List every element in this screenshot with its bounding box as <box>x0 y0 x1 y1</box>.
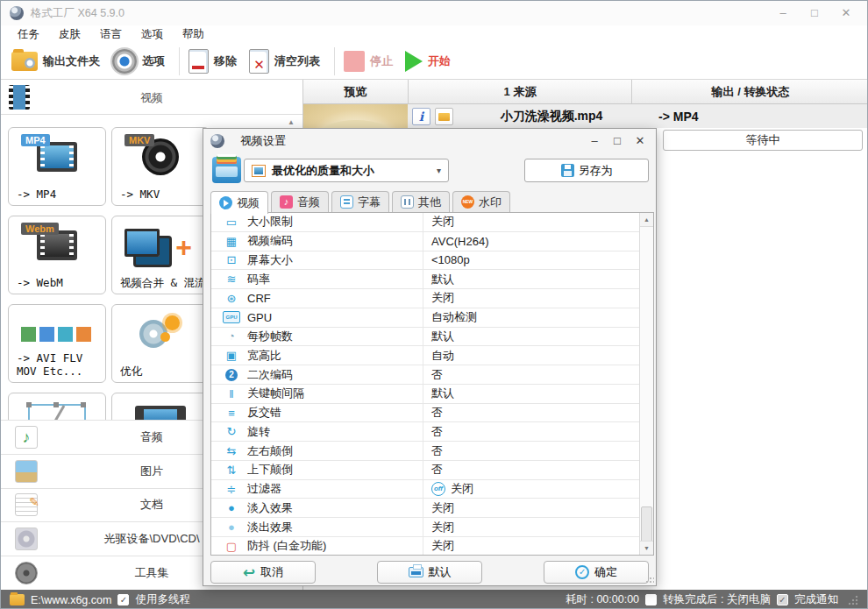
notify-checkbox[interactable]: ✓ <box>777 594 788 605</box>
setting-row[interactable]: ⇅ 上下颠倒 否 <box>211 461 640 480</box>
format-tile-label: 优化 <box>120 365 207 379</box>
setting-row[interactable]: ≋ 码率 默认 <box>211 270 640 289</box>
setting-row[interactable]: GPU GPU 自动检测 <box>211 308 640 328</box>
output-path-folder-icon[interactable] <box>10 594 25 605</box>
setting-row[interactable]: ▢ 防抖 (白金功能) 关闭 <box>211 537 640 556</box>
multi-format-icon <box>21 324 93 343</box>
menu-task[interactable]: 任务 <box>8 27 49 42</box>
dialog-close-button[interactable]: ✕ <box>631 134 649 147</box>
setting-row[interactable]: ● 淡出效果 关闭 <box>211 518 640 537</box>
dialog-resize-grip[interactable] <box>645 575 654 584</box>
flip-horizontal-icon: ⇆ <box>223 445 240 457</box>
menu-options[interactable]: 选项 <box>132 27 173 42</box>
setting-value: 否 <box>431 462 443 478</box>
scrollbar-thumb[interactable] <box>641 506 652 542</box>
setting-value: 默认 <box>431 272 454 287</box>
dialog-title: 视频设置 <box>240 133 286 149</box>
clear-list-button[interactable]: 清空列表 <box>249 49 320 74</box>
default-button[interactable]: 默认 <box>377 561 482 584</box>
format-tile[interactable]: MKV -> MKV <box>111 127 210 206</box>
app-logo-icon <box>10 6 24 20</box>
menu-help[interactable]: 帮助 <box>173 27 214 42</box>
format-tile[interactable]: 视频合并 & 混流 <box>111 216 210 294</box>
settings-tab[interactable]: 字幕 <box>331 191 389 212</box>
setting-value: AVC(H264) <box>431 235 489 248</box>
setting-name: CRF <box>247 292 271 305</box>
conversion-status-badge: 等待中 <box>663 130 863 151</box>
setting-row[interactable]: ⇆ 左右颠倒 否 <box>211 442 640 461</box>
stop-label: 停止 <box>370 53 393 69</box>
close-button[interactable]: ✕ <box>834 4 858 23</box>
setting-row[interactable]: ▭ 大小限制 关闭 <box>211 213 640 232</box>
setting-row[interactable]: ↻ 旋转 否 <box>211 422 640 442</box>
setting-value: 关闭 <box>431 214 454 230</box>
tab-label: 音频 <box>297 195 320 210</box>
format-tile[interactable] <box>111 393 210 420</box>
settings-scrollbar[interactable]: ▲ ▼ <box>639 213 653 555</box>
dialog-maximize-button[interactable]: □ <box>608 134 626 147</box>
tab-label: 其他 <box>418 195 441 210</box>
save-as-button[interactable]: 另存为 <box>524 159 649 182</box>
setting-row[interactable]: ⊡ 屏幕大小 <1080p <box>211 251 640 271</box>
setting-row[interactable]: ▦ 视频编码 AVC(H264) <box>211 232 640 251</box>
minimize-button[interactable]: – <box>771 4 795 23</box>
format-tile[interactable]: 优化 <box>111 304 210 383</box>
video-tab-icon <box>219 196 232 209</box>
open-folder-button[interactable] <box>435 108 453 125</box>
setting-row[interactable]: ⊛ CRF 关闭 <box>211 289 640 308</box>
setting-row[interactable]: ▣ 宽高比 自动 <box>211 346 640 365</box>
video-encoder-chip-icon: ▦ <box>223 236 240 247</box>
menu-skin[interactable]: 皮肤 <box>49 27 90 42</box>
settings-tab[interactable]: 水印 <box>452 191 510 212</box>
format-tile[interactable]: MP4 -> MP4 <box>8 127 106 206</box>
setting-row[interactable]: 2 二次编码 否 <box>211 365 640 385</box>
stop-button[interactable]: 停止 <box>344 51 393 72</box>
scrollbar-up-icon[interactable]: ▲ <box>640 213 653 227</box>
dialog-minimize-button[interactable]: – <box>586 134 603 147</box>
default-printer-icon <box>409 567 423 577</box>
maximize-button[interactable]: □ <box>802 4 827 23</box>
setting-row[interactable]: ≑ 过滤器 off 关闭 <box>211 480 640 499</box>
shutdown-checkbox[interactable] <box>645 594 657 605</box>
format-tile[interactable]: Webm -> WebM <box>8 216 106 294</box>
screen-size-monitor-icon: ⊡ <box>223 254 240 266</box>
settings-tab[interactable]: 音频 <box>271 191 329 212</box>
media-info-button[interactable] <box>412 108 430 125</box>
cancel-button[interactable]: ↩ 取消 <box>210 561 316 584</box>
format-tile[interactable]: -> AVI FLV MOV Etc... <box>8 304 106 383</box>
scrollbar-down-icon[interactable]: ▼ <box>640 541 653 555</box>
options-button[interactable]: 选项 <box>112 49 165 74</box>
remove-file-icon <box>189 49 209 74</box>
setting-row[interactable]: ‖ 关键帧间隔 默认 <box>211 385 640 404</box>
start-button[interactable]: 开始 <box>405 51 451 72</box>
remove-label: 移除 <box>214 53 237 69</box>
window-resize-grip[interactable] <box>848 595 858 605</box>
toolbar-divider <box>334 47 335 75</box>
output-path[interactable]: E:\www.x6g.com <box>31 594 111 606</box>
quality-preset-dropdown[interactable]: 最优化的质量和大小 ▾ <box>244 159 449 182</box>
gpu-chip-icon: GPU <box>223 311 240 323</box>
remove-button[interactable]: 移除 <box>189 49 237 74</box>
format-tile[interactable] <box>8 393 106 420</box>
menu-language[interactable]: 语言 <box>90 27 132 42</box>
setting-name: 淡出效果 <box>247 520 293 535</box>
setting-row[interactable]: ● 淡入效果 关闭 <box>211 499 640 518</box>
sidebar-section-video[interactable]: 视频 <box>1 80 302 115</box>
task-row[interactable]: 小刀洗澡视频.mp4 -> MP4 <box>408 104 868 128</box>
setting-name: GPU <box>247 311 272 324</box>
multithread-checkbox[interactable]: ✓ <box>117 594 129 605</box>
settings-tab[interactable]: 其他 <box>392 191 450 212</box>
format-badge: MP4 <box>21 134 50 146</box>
ok-button[interactable]: 确定 <box>544 561 649 584</box>
setting-name: 上下颠倒 <box>247 462 293 478</box>
options-label: 选项 <box>142 53 165 69</box>
mp4-filmstrip-icon <box>37 142 77 172</box>
size-limit-ruler-icon: ▭ <box>223 216 240 228</box>
settings-tab[interactable]: 视频 <box>210 191 268 214</box>
setting-row[interactable]: ≡ 反交错 否 <box>211 404 640 423</box>
setting-row[interactable]: ◔ 每秒帧数 默认 <box>211 328 640 347</box>
options-gear-icon <box>112 49 137 74</box>
output-folder-button[interactable]: 输出文件夹 <box>11 52 100 71</box>
webm-filmstrip-icon <box>37 230 77 260</box>
setting-value: 默认 <box>431 329 454 344</box>
